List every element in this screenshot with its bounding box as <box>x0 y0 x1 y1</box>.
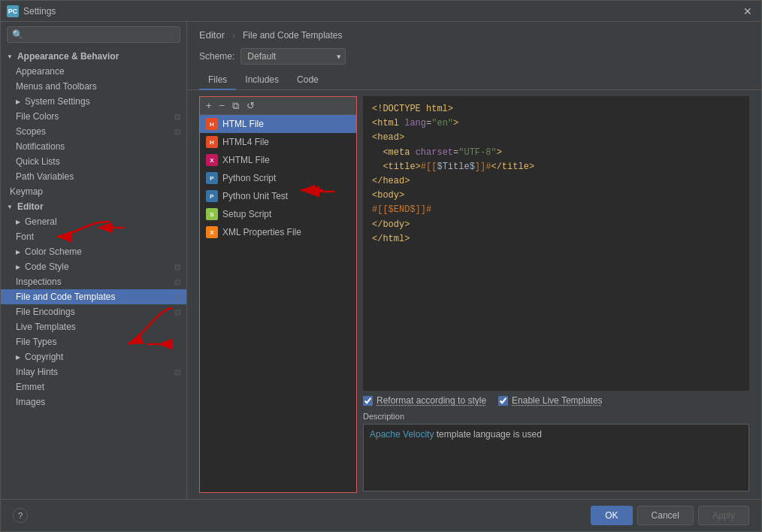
scheme-select[interactable]: Default Project <box>240 48 346 65</box>
copy-icon: ⊡ <box>174 293 180 301</box>
sidebar-item-keymap[interactable]: Keymap <box>1 184 186 199</box>
html4-file-icon: H <box>206 136 218 148</box>
sidebar-item-label: System Settings <box>25 96 90 107</box>
add-template-button[interactable]: + <box>203 99 215 112</box>
main-panel: Editor › File and Code Templates Scheme:… <box>187 22 761 499</box>
sidebar-item-label: Path Variables <box>16 171 74 182</box>
help-button[interactable]: ? <box>13 508 28 523</box>
live-templates-label: Enable Live Templates <box>512 395 603 406</box>
template-toolbar: + − ⧉ ↺ <box>200 97 356 115</box>
code-line: </html> <box>372 232 740 246</box>
tabs-row: Files Includes Code <box>187 71 761 90</box>
sidebar-item-menus-toolbars[interactable]: Menus and Toolbars <box>1 79 186 94</box>
sidebar-item-inspections[interactable]: Inspections ⊡ <box>1 274 186 289</box>
sidebar-item-quick-lists[interactable]: Quick Lists <box>1 154 186 169</box>
xhtml-file-icon: X <box>206 154 218 166</box>
template-list-panel: + − ⧉ ↺ H HTML File H HTML4 File <box>199 96 357 493</box>
sidebar-item-label: Images <box>16 397 45 407</box>
code-line: <body> <box>372 189 740 203</box>
live-templates-checkbox[interactable]: Enable Live Templates <box>498 395 603 406</box>
sidebar-item-path-variables[interactable]: Path Variables <box>1 169 186 184</box>
description-box: Apache Velocity template language is use… <box>363 424 749 491</box>
search-box[interactable]: 🔍 <box>7 26 180 43</box>
reformat-checkbox[interactable]: Reformat according to style <box>363 395 486 406</box>
copy-icon: ⊡ <box>174 368 180 376</box>
python-unit-test-icon: P <box>206 190 218 202</box>
tab-includes[interactable]: Includes <box>236 71 288 90</box>
description-label: Description <box>363 412 749 421</box>
sidebar-item-label: Keymap <box>10 186 43 197</box>
template-item-html4-file[interactable]: H HTML4 File <box>200 133 356 151</box>
reset-template-button[interactable]: ↺ <box>243 99 258 112</box>
sidebar-item-file-code-templates[interactable]: File and Code Templates ⊡ <box>1 289 186 304</box>
template-item-xhtml-file[interactable]: X XHTML File <box>200 151 356 169</box>
collapse-arrow: ▼ <box>7 204 13 210</box>
copy-icon: ⊡ <box>174 263 180 271</box>
sidebar-item-scopes[interactable]: Scopes ⊡ <box>1 124 186 139</box>
description-link[interactable]: Apache Velocity <box>370 429 434 440</box>
sidebar-item-label: Live Templates <box>16 322 76 332</box>
main-header: Editor › File and Code Templates <box>187 22 761 45</box>
sidebar-item-label: File and Code Templates <box>16 292 116 302</box>
search-icon: 🔍 <box>12 29 23 40</box>
sidebar-item-label: Color Scheme <box>25 246 82 257</box>
sidebar-item-label: Notifications <box>16 141 65 152</box>
sidebar-item-system-settings[interactable]: ▶ System Settings <box>1 94 186 109</box>
tab-files[interactable]: Files <box>199 71 236 90</box>
sidebar-item-inlay-hints[interactable]: Inlay Hints ⊡ <box>1 364 186 379</box>
sidebar-item-appearance-behavior[interactable]: ▼ Appearance & Behavior <box>1 49 186 64</box>
window-title: Settings <box>23 6 56 17</box>
template-item-python-script[interactable]: P Python Script <box>200 169 356 187</box>
sidebar-item-file-types[interactable]: File Types <box>1 334 186 349</box>
copy-icon: ⊡ <box>174 113 180 121</box>
template-item-xml-properties[interactable]: X XML Properties File <box>200 223 356 241</box>
sidebar-item-file-encodings[interactable]: File Encodings ⊡ <box>1 304 186 319</box>
sidebar-item-label: File Colors <box>16 111 59 122</box>
close-button[interactable]: ✕ <box>740 4 755 19</box>
sidebar-item-images[interactable]: Images <box>1 394 186 410</box>
scheme-label: Scheme: <box>199 51 234 62</box>
template-item-label: XML Properties File <box>222 227 301 237</box>
template-item-setup-script[interactable]: S Setup Script <box>200 205 356 223</box>
template-item-label: Python Unit Test <box>222 191 288 201</box>
sidebar-item-code-style[interactable]: ▶ Code Style ⊡ <box>1 259 186 274</box>
sidebar-item-label: Inspections <box>16 277 62 287</box>
scheme-row: Scheme: Default Project <box>187 45 761 71</box>
remove-template-button[interactable]: − <box>216 99 228 112</box>
footer: ? OK Cancel Apply <box>1 499 761 531</box>
sidebar-item-copyright[interactable]: ▶ Copyright <box>1 349 186 364</box>
code-line: #[[$END$]]# <box>372 203 740 217</box>
ok-button[interactable]: OK <box>591 506 632 525</box>
sidebar-item-label: Font <box>16 231 34 242</box>
apply-button[interactable]: Apply <box>698 506 749 525</box>
search-input[interactable] <box>26 29 175 40</box>
content-area: 🔍 ▼ Appearance & Behavior Appearance Men… <box>1 22 761 499</box>
sidebar-item-label: Code Style <box>25 261 69 272</box>
sidebar-item-label: Appearance <box>16 66 65 77</box>
sidebar-item-general[interactable]: ▶ General <box>1 214 186 229</box>
python-script-icon: P <box>206 172 218 184</box>
copy-template-button[interactable]: ⧉ <box>229 99 242 112</box>
sidebar-item-file-colors[interactable]: File Colors ⊡ <box>1 109 186 124</box>
sidebar-item-notifications[interactable]: Notifications <box>1 139 186 154</box>
tab-code[interactable]: Code <box>288 71 328 90</box>
sidebar-item-editor[interactable]: ▼ Editor <box>1 199 186 214</box>
code-editor[interactable]: <!DOCTYPE html> <html lang="en"> <head> … <box>363 96 749 391</box>
description-section: Description Apache Velocity template lan… <box>363 409 749 493</box>
right-panel: <!DOCTYPE html> <html lang="en"> <head> … <box>363 96 749 493</box>
cancel-button[interactable]: Cancel <box>637 506 694 525</box>
sidebar-item-label: Menus and Toolbars <box>16 81 97 92</box>
sidebar-item-emmet[interactable]: Emmet <box>1 379 186 394</box>
sidebar-item-appearance[interactable]: Appearance <box>1 64 186 79</box>
sidebar-item-live-templates[interactable]: Live Templates <box>1 319 186 334</box>
code-line: <head> <box>372 131 740 145</box>
sidebar-item-label: Emmet <box>16 382 44 392</box>
template-item-html-file[interactable]: H HTML File <box>200 115 356 133</box>
scheme-select-wrap: Default Project <box>240 48 346 65</box>
sidebar-item-font[interactable]: Font <box>1 229 186 244</box>
sidebar-item-label: Scopes <box>16 126 46 137</box>
copy-icon: ⊡ <box>174 278 180 286</box>
sidebar-item-label: Inlay Hints <box>16 367 58 377</box>
sidebar-item-color-scheme[interactable]: ▶ Color Scheme <box>1 244 186 259</box>
template-item-python-unit-test[interactable]: P Python Unit Test <box>200 187 356 205</box>
